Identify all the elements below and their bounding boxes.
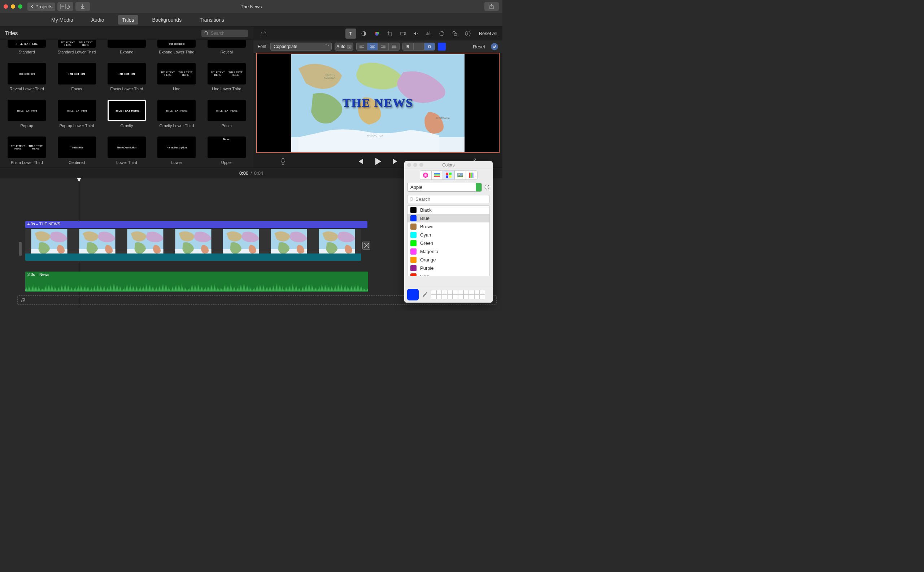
title-tile-lower-third[interactable]: NameDescriptionLower Third bbox=[105, 137, 148, 168]
transition-slot[interactable] bbox=[363, 242, 371, 250]
color-well[interactable] bbox=[458, 295, 464, 299]
title-tile-line-lower-third[interactable]: TITLE TEXT HERETITLE TEXT HERELine Lower… bbox=[205, 63, 248, 96]
minimize-panel[interactable] bbox=[413, 163, 417, 167]
font-size-select[interactable]: Auto⌄ bbox=[335, 43, 353, 51]
close-window[interactable] bbox=[4, 4, 8, 9]
color-row-cyan[interactable]: Cyan bbox=[408, 231, 490, 239]
info-button[interactable]: i bbox=[462, 28, 473, 39]
title-tile-reveal[interactable]: Reveal bbox=[205, 40, 248, 59]
prev-button[interactable] bbox=[357, 159, 364, 164]
reset-all-button[interactable]: Reset All bbox=[479, 31, 498, 36]
color-well[interactable] bbox=[442, 290, 447, 295]
zoom-window[interactable] bbox=[18, 4, 22, 9]
align-left-button[interactable] bbox=[356, 43, 367, 51]
title-tile-upper[interactable]: NameUpper bbox=[205, 137, 248, 168]
title-tile-standard-lower-third[interactable]: TITLE TEXT HERETITLE TEXT HEREStandard L… bbox=[55, 40, 98, 59]
image-palettes-mode[interactable] bbox=[454, 171, 466, 180]
voiceover-button[interactable] bbox=[280, 158, 286, 165]
close-panel[interactable] bbox=[407, 163, 411, 167]
effects-button[interactable] bbox=[450, 28, 460, 39]
color-well[interactable] bbox=[464, 290, 469, 295]
title-tile-pop-up[interactable]: TITLE TEXT HerePop-up bbox=[5, 99, 48, 133]
title-tile-focus-lower-third[interactable]: Title Text HereFocus Lower Third bbox=[105, 63, 148, 96]
next-button[interactable] bbox=[392, 159, 398, 164]
palette-settings-icon[interactable] bbox=[484, 184, 490, 190]
volume-button[interactable] bbox=[410, 28, 421, 39]
preview-headline[interactable]: THE NEWS bbox=[343, 96, 413, 110]
title-tile-gravity[interactable]: TITLE TEXT HEREGravity bbox=[105, 99, 148, 133]
title-tile-pop-up-lower-third[interactable]: TITLE TEXT HerePop-up Lower Third bbox=[55, 99, 98, 133]
color-balance-button[interactable] bbox=[358, 28, 369, 39]
noise-reduction-button[interactable] bbox=[423, 28, 434, 39]
zoom-panel[interactable] bbox=[419, 163, 423, 167]
color-well[interactable] bbox=[436, 290, 442, 295]
search-input[interactable] bbox=[211, 31, 243, 36]
tab-backgrounds[interactable]: Backgrounds bbox=[147, 15, 186, 25]
color-well[interactable] bbox=[431, 295, 436, 299]
timeline-drag-handle[interactable] bbox=[19, 242, 22, 256]
color-correction-button[interactable] bbox=[371, 28, 382, 39]
color-row-orange[interactable]: Orange bbox=[408, 256, 490, 264]
align-justify-button[interactable] bbox=[389, 43, 400, 51]
color-well[interactable] bbox=[458, 290, 464, 295]
import-download-button[interactable] bbox=[76, 2, 90, 11]
color-well[interactable] bbox=[453, 290, 458, 295]
color-well[interactable] bbox=[469, 295, 474, 299]
color-row-green[interactable]: Green bbox=[408, 239, 490, 247]
title-tile-lower[interactable]: Name/DescriptionLower bbox=[155, 137, 198, 168]
share-button[interactable] bbox=[484, 2, 499, 11]
color-well[interactable] bbox=[480, 295, 485, 299]
colors-panel[interactable]: Colors Apple BlackBlueBrownCyanGreenMage… bbox=[404, 161, 493, 303]
color-search[interactable] bbox=[407, 195, 490, 203]
tab-transitions[interactable]: Transitions bbox=[195, 15, 228, 25]
title-tile-prism-lower-third[interactable]: TITLE TEXT HERETITLE TEXT HEREPrism Lowe… bbox=[5, 137, 48, 168]
tab-titles[interactable]: Titles bbox=[118, 15, 139, 25]
play-button[interactable] bbox=[375, 158, 381, 165]
color-row-brown[interactable]: Brown bbox=[408, 222, 490, 231]
color-well[interactable] bbox=[469, 290, 474, 295]
title-tile-focus[interactable]: Title Text HereFocus bbox=[55, 63, 98, 96]
audio-clip[interactable]: 3.3s – News bbox=[25, 272, 368, 292]
color-well[interactable] bbox=[447, 295, 453, 299]
text-color-swatch[interactable] bbox=[438, 43, 446, 51]
reset-text-button[interactable]: Reset bbox=[473, 44, 485, 50]
title-tile-centered[interactable]: TitleSubtitleCentered bbox=[55, 137, 98, 168]
title-tile-prism[interactable]: TITLE TEXT HEREPrism bbox=[205, 99, 248, 133]
italic-button[interactable] bbox=[413, 43, 424, 51]
title-tile-reveal-lower-third[interactable]: Title Text HereReveal Lower Third bbox=[5, 63, 48, 96]
title-tile-expand[interactable]: Expand bbox=[105, 40, 148, 59]
color-wheel-mode[interactable] bbox=[420, 171, 431, 180]
color-well[interactable] bbox=[474, 290, 480, 295]
preview-viewer[interactable]: NORTH AMERICA AUSTRALIA ANTARCTICA THE N… bbox=[256, 53, 499, 153]
title-tile-standard[interactable]: TITLE TEXT HEREStandard bbox=[5, 40, 48, 59]
align-right-button[interactable] bbox=[378, 43, 389, 51]
color-row-black[interactable]: Black bbox=[408, 206, 490, 214]
color-well[interactable] bbox=[436, 295, 442, 299]
align-center-button[interactable] bbox=[367, 43, 378, 51]
color-well[interactable] bbox=[453, 295, 458, 299]
color-palettes-mode[interactable] bbox=[443, 171, 454, 180]
tab-audio[interactable]: Audio bbox=[87, 15, 109, 25]
palette-select[interactable]: Apple bbox=[407, 183, 482, 192]
video-audio-track[interactable] bbox=[25, 253, 361, 261]
crop-button[interactable] bbox=[384, 28, 395, 39]
current-color-swatch[interactable] bbox=[407, 289, 419, 300]
title-clip[interactable]: 4.0s – THE NEWS bbox=[25, 221, 367, 228]
color-well[interactable] bbox=[442, 295, 447, 299]
color-well[interactable] bbox=[447, 290, 453, 295]
browser-search[interactable] bbox=[202, 30, 248, 37]
video-clip[interactable] bbox=[25, 229, 361, 253]
color-row-magenta[interactable]: Magenta bbox=[408, 247, 490, 256]
color-well[interactable] bbox=[464, 295, 469, 299]
color-well[interactable] bbox=[480, 290, 485, 295]
back-to-projects-button[interactable]: Projects bbox=[28, 3, 55, 11]
bold-button[interactable]: B bbox=[402, 43, 413, 51]
color-wells[interactable] bbox=[431, 290, 486, 299]
color-sliders-mode[interactable] bbox=[431, 171, 443, 180]
font-select[interactable]: Copperplate bbox=[270, 43, 332, 51]
minimize-window[interactable] bbox=[11, 4, 15, 9]
auto-enhance-button[interactable] bbox=[259, 28, 269, 39]
text-inspector-button[interactable]: T bbox=[346, 28, 356, 39]
stabilization-button[interactable] bbox=[397, 28, 408, 39]
color-well[interactable] bbox=[474, 295, 480, 299]
